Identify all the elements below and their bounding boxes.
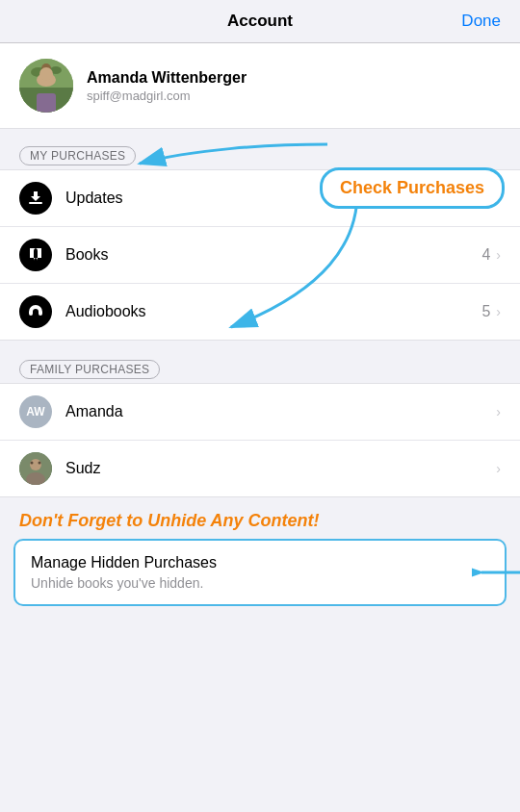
books-item[interactable]: Books 4 › [0,227,520,284]
manage-hidden-box[interactable]: Manage Hidden Purchases Unhide books you… [13,539,507,606]
books-count: 4 [481,246,490,264]
audiobooks-item[interactable]: Audiobooks 5 › [0,284,520,340]
download-icon [19,182,52,215]
audiobooks-count: 5 [481,303,490,320]
manage-hidden-title: Manage Hidden Purchases [31,554,489,571]
headphones-icon [19,295,52,328]
sudz-label: Sudz [65,460,496,477]
amanda-avatar: AW [19,395,52,428]
audiobooks-label: Audiobooks [65,303,481,320]
chevron-icon: › [496,461,501,476]
page-title: Account [227,12,293,31]
done-button[interactable]: Done [461,12,501,31]
svg-rect-8 [29,202,42,204]
svg-point-14 [31,462,34,465]
header: Account Done [0,0,520,43]
svg-rect-7 [37,93,56,113]
chevron-icon: › [496,247,501,263]
family-purchases-list: AW Amanda › Sudz › [0,383,520,497]
profile-section[interactable]: Amanda Wittenberger spiff@madgirl.com [0,43,520,129]
svg-point-12 [30,459,41,470]
chevron-icon: › [496,304,501,319]
family-purchases-label: FAMILY PURCHASES [19,360,160,379]
profile-email: spiff@madgirl.com [87,89,247,103]
my-purchases-header: MY PURCHASES [0,139,520,169]
books-label: Books [65,246,481,264]
profile-name: Amanda Wittenberger [87,69,247,87]
sudz-item[interactable]: Sudz › [0,441,520,496]
family-purchases-header: FAMILY PURCHASES [0,352,520,383]
book-icon [19,239,52,271]
check-purchases-bubble: Check Purchases [320,167,505,209]
manage-hidden-subtitle: Unhide books you've hidden. [31,575,489,591]
amanda-label: Amanda [65,403,496,420]
chevron-icon: › [496,404,501,419]
my-purchases-label: MY PURCHASES [19,146,136,165]
svg-point-6 [39,67,53,81]
unhide-heading: Don't Forget to Unhide Any Content! [0,497,520,539]
svg-point-15 [39,462,41,465]
sudz-avatar [19,452,52,485]
amanda-item[interactable]: AW Amanda › [0,384,520,441]
avatar [19,59,73,113]
profile-info: Amanda Wittenberger spiff@madgirl.com [87,69,247,103]
